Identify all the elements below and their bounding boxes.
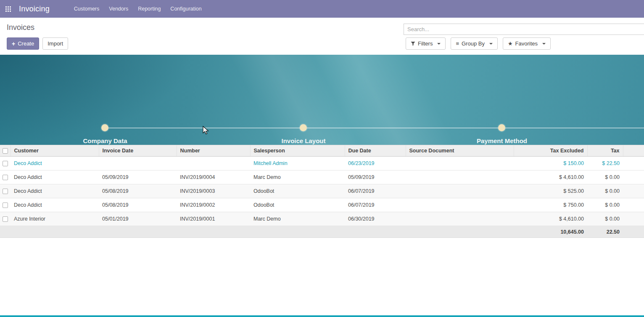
group-by-button-label: Group By bbox=[462, 40, 485, 47]
cell-invoice-date: 05/08/2019 bbox=[99, 184, 177, 198]
onboarding-progress-line bbox=[105, 128, 644, 128]
invoice-table: Customer Invoice Date Number Salesperson… bbox=[0, 145, 644, 238]
step-title: Payment Method bbox=[477, 137, 527, 144]
cell-customer: Deco Addict bbox=[11, 157, 99, 170]
onboarding-banner: Company Data Set your company's data for… bbox=[0, 55, 644, 145]
column-header-due-date[interactable]: Due Date bbox=[345, 145, 406, 157]
app-title[interactable]: Invoicing bbox=[19, 5, 50, 13]
group-by-icon: ≡ bbox=[456, 41, 459, 46]
nav-item-configuration[interactable]: Configuration bbox=[169, 4, 202, 13]
nav-item-customers[interactable]: Customers bbox=[73, 4, 100, 13]
cell-number: INV/2019/0001 bbox=[177, 212, 250, 226]
cell-salesperson: Marc Demo bbox=[250, 170, 345, 184]
cell-number bbox=[177, 157, 250, 170]
column-header-salesperson[interactable]: Salesperson bbox=[250, 145, 345, 157]
table-row[interactable]: Deco Addict Mitchell Admin 06/23/2019 $ … bbox=[0, 157, 644, 170]
create-button-label: Create bbox=[18, 40, 34, 47]
step-title: Company Data bbox=[83, 137, 127, 144]
cell-source-document bbox=[406, 170, 514, 184]
cell-tax: $ 0.00 bbox=[587, 184, 623, 198]
onboarding-step-company-data: Company Data Set your company's data for… bbox=[38, 137, 172, 145]
import-button-label: Import bbox=[48, 40, 63, 47]
cell-due-date: 06/07/2019 bbox=[345, 198, 406, 212]
column-header-tax[interactable]: Tax bbox=[587, 145, 623, 157]
column-header-source-document[interactable]: Source Document bbox=[406, 145, 514, 157]
import-button[interactable]: Import bbox=[42, 37, 68, 50]
chevron-down-icon bbox=[542, 43, 546, 45]
invoice-list-view: Customer Invoice Date Number Salesperson… bbox=[0, 145, 644, 238]
cell-due-date: 06/30/2019 bbox=[345, 212, 406, 226]
cell-tax-excluded: $ 4,610.00 bbox=[514, 212, 587, 226]
row-checkbox[interactable] bbox=[3, 216, 8, 222]
cell-customer: Azure Interior bbox=[11, 212, 99, 226]
cell-tax-excluded: $ 525.00 bbox=[514, 184, 587, 198]
nav-item-reporting[interactable]: Reporting bbox=[137, 4, 161, 13]
table-row[interactable]: Deco Addict 05/08/2019 INV/2019/0003 Odo… bbox=[0, 184, 644, 198]
row-checkbox[interactable] bbox=[3, 175, 8, 180]
cell-tax: $ 0.00 bbox=[587, 212, 623, 226]
table-header-row: Customer Invoice Date Number Salesperson… bbox=[0, 145, 644, 157]
favorites-button[interactable]: ★ Favorites bbox=[503, 37, 551, 50]
filters-button-label: Filters bbox=[418, 40, 433, 47]
cell-salesperson: OdooBot bbox=[250, 198, 345, 212]
cell-invoice-date: 05/08/2019 bbox=[99, 198, 177, 212]
cell-tax: $ 0.00 bbox=[587, 170, 623, 184]
filter-funnel-icon bbox=[411, 41, 415, 46]
column-header-number[interactable]: Number bbox=[177, 145, 250, 157]
navbar-menus: Customers Vendors Reporting Configuratio… bbox=[73, 4, 203, 13]
filters-button[interactable]: Filters bbox=[406, 37, 446, 50]
row-checkbox[interactable] bbox=[3, 202, 8, 208]
cell-source-document bbox=[406, 212, 514, 226]
cell-customer: Deco Addict bbox=[11, 170, 99, 184]
cell-tax-excluded: $ 750.00 bbox=[514, 198, 587, 212]
group-by-button[interactable]: ≡ Group By bbox=[451, 37, 498, 50]
cell-source-document bbox=[406, 184, 514, 198]
chevron-down-icon bbox=[489, 43, 493, 45]
control-panel: Invoices + Create Import Filters ≡ Group… bbox=[0, 18, 644, 55]
column-header-tax-excluded[interactable]: Tax Excluded bbox=[514, 145, 587, 157]
action-buttons: + Create Import bbox=[7, 37, 68, 50]
cell-invoice-date: 05/09/2019 bbox=[99, 170, 177, 184]
cell-salesperson: Marc Demo bbox=[250, 212, 345, 226]
step-title: Invoice Layout bbox=[281, 137, 325, 144]
create-button[interactable]: + Create bbox=[7, 37, 39, 50]
cell-invoice-date: 05/01/2019 bbox=[99, 212, 177, 226]
row-checkbox[interactable] bbox=[3, 161, 8, 166]
cell-tax: $ 22.50 bbox=[587, 157, 623, 170]
onboarding-step-invoice-layout: Invoice Layout Customize the look of you… bbox=[236, 137, 371, 145]
cell-invoice-date bbox=[99, 157, 177, 170]
search-input[interactable] bbox=[404, 24, 644, 35]
column-header-invoice-date[interactable]: Invoice Date bbox=[99, 145, 177, 157]
cell-customer: Deco Addict bbox=[11, 198, 99, 212]
plus-icon: + bbox=[12, 41, 15, 47]
table-row[interactable]: Azure Interior 05/01/2019 INV/2019/0001 … bbox=[0, 212, 644, 226]
select-all-checkbox[interactable] bbox=[3, 148, 8, 154]
top-navbar: Invoicing Customers Vendors Reporting Co… bbox=[0, 0, 644, 18]
totals-row: 10,645.00 22.50 bbox=[0, 226, 644, 238]
cell-due-date: 05/09/2019 bbox=[345, 170, 406, 184]
column-header-customer[interactable]: Customer bbox=[11, 145, 99, 157]
column-header-filler bbox=[623, 145, 644, 157]
cell-tax-excluded: $ 150.00 bbox=[514, 157, 587, 170]
apps-menu-icon[interactable] bbox=[5, 6, 11, 12]
favorites-button-label: Favorites bbox=[515, 40, 538, 47]
cell-number: INV/2019/0002 bbox=[177, 198, 250, 212]
onboarding-step-payment-method: Payment Method Configure your payment me… bbox=[435, 137, 569, 145]
cell-salesperson: OdooBot bbox=[250, 184, 345, 198]
cell-source-document bbox=[406, 198, 514, 212]
table-row[interactable]: Deco Addict 05/08/2019 INV/2019/0002 Odo… bbox=[0, 198, 644, 212]
search-options: Filters ≡ Group By ★ Favorites bbox=[406, 37, 551, 50]
cell-number: INV/2019/0003 bbox=[177, 184, 250, 198]
chevron-down-icon bbox=[437, 43, 441, 45]
progress-dot bbox=[498, 124, 505, 131]
progress-dot bbox=[300, 124, 307, 131]
total-tax: 22.50 bbox=[587, 226, 623, 238]
star-icon: ★ bbox=[508, 41, 513, 46]
cell-tax: $ 0.00 bbox=[587, 198, 623, 212]
cell-source-document bbox=[406, 157, 514, 170]
table-row[interactable]: Deco Addict 05/09/2019 INV/2019/0004 Mar… bbox=[0, 170, 644, 184]
nav-item-vendors[interactable]: Vendors bbox=[108, 4, 129, 13]
select-all-cell bbox=[0, 145, 11, 157]
page-title: Invoices bbox=[7, 23, 34, 32]
row-checkbox[interactable] bbox=[3, 189, 8, 194]
